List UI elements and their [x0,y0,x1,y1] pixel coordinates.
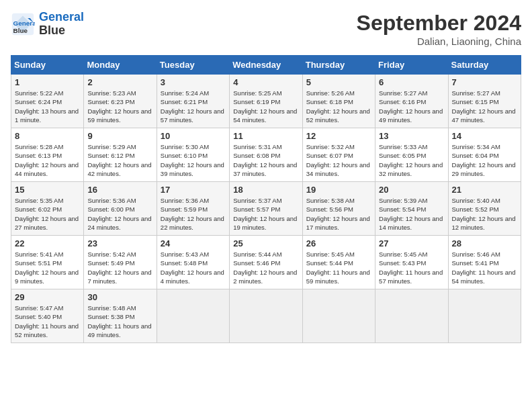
day-number: 20 [379,185,444,195]
day-number: 6 [379,77,444,87]
day-detail: Sunrise: 5:34 AMSunset: 6:04 PMDaylight:… [452,143,516,177]
day-detail: Sunrise: 5:33 AMSunset: 6:05 PMDaylight:… [379,143,443,177]
day-detail: Sunrise: 5:30 AMSunset: 6:10 PMDaylight:… [161,143,224,177]
day-number: 3 [161,77,226,87]
day-number: 19 [306,185,371,195]
calendar-cell: 8Sunrise: 5:28 AMSunset: 6:13 PMDaylight… [11,128,84,182]
logo-icon: General Blue [11,12,35,36]
day-number: 28 [452,238,517,248]
calendar-cell: 9Sunrise: 5:29 AMSunset: 6:12 PMDaylight… [84,128,157,182]
calendar-week-5: 29Sunrise: 5:47 AMSunset: 5:40 PMDayligh… [11,289,521,343]
calendar-cell: 19Sunrise: 5:38 AMSunset: 5:56 PMDayligh… [302,182,375,236]
weekday-header-row: SundayMondayTuesdayWednesdayThursdayFrid… [11,56,521,75]
day-number: 18 [233,185,298,195]
day-number: 16 [87,185,152,195]
day-number: 29 [15,292,80,302]
calendar-cell [230,289,302,343]
calendar-cell [302,289,375,343]
day-detail: Sunrise: 5:47 AMSunset: 5:40 PMDaylight:… [15,304,79,338]
weekday-header-thursday: Thursday [302,56,375,75]
day-detail: Sunrise: 5:23 AMSunset: 6:23 PMDaylight:… [87,89,151,124]
day-detail: Sunrise: 5:46 AMSunset: 5:41 PMDaylight:… [452,250,516,285]
calendar-cell: 27Sunrise: 5:45 AMSunset: 5:43 PMDayligh… [375,236,448,289]
day-number: 9 [87,131,152,141]
day-number: 17 [161,185,226,195]
day-number: 27 [379,238,444,248]
calendar-cell: 2Sunrise: 5:23 AMSunset: 6:23 PMDaylight… [84,75,157,128]
calendar-cell: 23Sunrise: 5:42 AMSunset: 5:49 PMDayligh… [84,236,157,289]
day-number: 13 [379,131,444,141]
day-detail: Sunrise: 5:48 AMSunset: 5:38 PMDaylight:… [87,304,151,338]
day-number: 7 [452,77,517,87]
calendar-cell: 24Sunrise: 5:43 AMSunset: 5:48 PMDayligh… [157,236,229,289]
calendar-cell: 28Sunrise: 5:46 AMSunset: 5:41 PMDayligh… [448,236,521,289]
calendar-cell: 7Sunrise: 5:27 AMSunset: 6:15 PMDaylight… [448,75,521,128]
day-number: 11 [233,131,298,141]
calendar-cell: 12Sunrise: 5:32 AMSunset: 6:07 PMDayligh… [302,128,375,182]
day-number: 22 [15,238,80,248]
calendar-cell: 10Sunrise: 5:30 AMSunset: 6:10 PMDayligh… [157,128,229,182]
weekday-header-monday: Monday [84,56,157,75]
day-number: 4 [233,77,298,87]
weekday-header-sunday: Sunday [11,56,84,75]
calendar-table: SundayMondayTuesdayWednesdayThursdayFrid… [11,55,521,343]
day-number: 12 [306,131,371,141]
calendar-cell: 13Sunrise: 5:33 AMSunset: 6:05 PMDayligh… [375,128,448,182]
day-detail: Sunrise: 5:38 AMSunset: 5:56 PMDaylight:… [306,197,370,231]
calendar-cell: 29Sunrise: 5:47 AMSunset: 5:40 PMDayligh… [11,289,84,343]
day-detail: Sunrise: 5:32 AMSunset: 6:07 PMDaylight:… [306,143,370,177]
calendar-cell: 15Sunrise: 5:35 AMSunset: 6:02 PMDayligh… [11,182,84,236]
svg-text:Blue: Blue [13,26,28,34]
day-detail: Sunrise: 5:39 AMSunset: 5:54 PMDaylight:… [379,197,443,231]
calendar-cell: 16Sunrise: 5:36 AMSunset: 6:00 PMDayligh… [84,182,157,236]
calendar-cell: 17Sunrise: 5:36 AMSunset: 5:59 PMDayligh… [157,182,229,236]
calendar-cell [448,289,521,343]
day-detail: Sunrise: 5:44 AMSunset: 5:46 PMDaylight:… [233,250,297,285]
calendar-cell: 22Sunrise: 5:41 AMSunset: 5:51 PMDayligh… [11,236,84,289]
calendar-cell: 11Sunrise: 5:31 AMSunset: 6:08 PMDayligh… [230,128,302,182]
weekday-header-tuesday: Tuesday [157,56,229,75]
day-number: 30 [87,292,152,302]
day-detail: Sunrise: 5:40 AMSunset: 5:52 PMDaylight:… [452,197,516,231]
calendar-cell [375,289,448,343]
calendar-cell: 3Sunrise: 5:24 AMSunset: 6:21 PMDaylight… [157,75,229,128]
day-detail: Sunrise: 5:27 AMSunset: 6:16 PMDaylight:… [379,89,443,124]
day-detail: Sunrise: 5:29 AMSunset: 6:12 PMDaylight:… [87,143,151,177]
calendar-week-3: 15Sunrise: 5:35 AMSunset: 6:02 PMDayligh… [11,182,521,236]
day-detail: Sunrise: 5:37 AMSunset: 5:57 PMDaylight:… [233,197,297,231]
day-detail: Sunrise: 5:35 AMSunset: 6:02 PMDaylight:… [15,197,79,231]
calendar-cell: 14Sunrise: 5:34 AMSunset: 6:04 PMDayligh… [448,128,521,182]
calendar-cell: 6Sunrise: 5:27 AMSunset: 6:16 PMDaylight… [375,75,448,128]
title-block: September 2024 Dalian, Liaoning, China [357,11,521,47]
month-title: September 2024 [357,11,521,36]
calendar-week-1: 1Sunrise: 5:22 AMSunset: 6:24 PMDaylight… [11,75,521,128]
day-number: 5 [306,77,371,87]
logo-text: GeneralBlue [39,11,84,38]
day-detail: Sunrise: 5:31 AMSunset: 6:08 PMDaylight:… [233,143,297,177]
calendar-cell: 1Sunrise: 5:22 AMSunset: 6:24 PMDaylight… [11,75,84,128]
day-number: 23 [87,238,152,248]
day-number: 10 [161,131,226,141]
calendar-cell: 26Sunrise: 5:45 AMSunset: 5:44 PMDayligh… [302,236,375,289]
day-detail: Sunrise: 5:27 AMSunset: 6:15 PMDaylight:… [452,89,516,124]
day-number: 26 [306,238,371,248]
day-detail: Sunrise: 5:43 AMSunset: 5:48 PMDaylight:… [161,250,224,285]
calendar-week-4: 22Sunrise: 5:41 AMSunset: 5:51 PMDayligh… [11,236,521,289]
calendar-cell [157,289,229,343]
weekday-header-wednesday: Wednesday [230,56,302,75]
day-number: 25 [233,238,298,248]
weekday-header-friday: Friday [375,56,448,75]
page-header: General Blue GeneralBlue September 2024 … [11,11,521,47]
day-detail: Sunrise: 5:25 AMSunset: 6:19 PMDaylight:… [233,89,297,124]
day-number: 2 [87,77,152,87]
day-detail: Sunrise: 5:36 AMSunset: 5:59 PMDaylight:… [161,197,224,231]
day-number: 1 [15,77,80,87]
day-detail: Sunrise: 5:45 AMSunset: 5:43 PMDaylight:… [379,250,443,285]
day-number: 15 [15,185,80,195]
day-number: 8 [15,131,80,141]
calendar-cell: 18Sunrise: 5:37 AMSunset: 5:57 PMDayligh… [230,182,302,236]
day-detail: Sunrise: 5:24 AMSunset: 6:21 PMDaylight:… [161,89,224,124]
calendar-week-2: 8Sunrise: 5:28 AMSunset: 6:13 PMDaylight… [11,128,521,182]
day-number: 24 [161,238,226,248]
logo: General Blue GeneralBlue [11,11,84,38]
